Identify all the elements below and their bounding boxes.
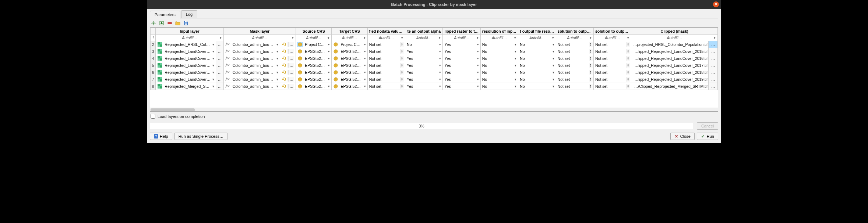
xres-cell[interactable]: Not set▲▼ bbox=[556, 62, 593, 69]
yres-cell[interactable]: Not set▲▼ bbox=[593, 76, 631, 83]
source-crs-cell[interactable]: EPSG:5235 - S▾ bbox=[296, 83, 332, 90]
xres-cell[interactable]: Not set▲▼ bbox=[556, 69, 593, 76]
remove-row-icon[interactable] bbox=[167, 20, 173, 26]
target-crs-cell[interactable]: EPSG:5235 - S▾ bbox=[332, 76, 367, 83]
input-layer-cell[interactable]: Reprojected_Merged_SRTM [EP▾ bbox=[156, 83, 216, 90]
yres-cell[interactable]: Not set▲▼ bbox=[593, 83, 631, 90]
iterate-icon[interactable] bbox=[281, 63, 287, 68]
spinbox-icon[interactable]: ▲▼ bbox=[589, 77, 593, 82]
globe-icon[interactable] bbox=[297, 63, 303, 68]
col-xres[interactable]: solution to output b bbox=[556, 28, 593, 35]
spinbox-icon[interactable]: ▲▼ bbox=[401, 42, 404, 47]
output-cell[interactable]: a-tmp/Clipped_Reprojected_Merged_SRTM.ti… bbox=[631, 83, 709, 90]
xres-cell[interactable]: Not set▲▼ bbox=[556, 41, 593, 48]
autofill-source-crs[interactable]: Autofill…▾ bbox=[296, 35, 332, 41]
globe-icon[interactable] bbox=[332, 42, 339, 47]
save-icon[interactable] bbox=[183, 20, 189, 26]
match-extent-cell[interactable]: Yes▾ bbox=[443, 55, 480, 62]
source-crs-cell[interactable]: EPSG:5235 - S▾ bbox=[296, 69, 332, 76]
col-output[interactable]: Clipped (mask) bbox=[631, 28, 718, 35]
output-cell[interactable]: tmp/Clipped_Reprojected_LandCover_2017.t… bbox=[631, 62, 709, 69]
add-row-icon[interactable] bbox=[151, 20, 156, 26]
globe-icon[interactable] bbox=[297, 84, 303, 89]
output-browse-button[interactable]: … bbox=[709, 48, 718, 55]
iterate-icon[interactable] bbox=[281, 42, 287, 47]
spinbox-icon[interactable]: ▲▼ bbox=[589, 49, 593, 54]
match-extent-cell[interactable]: Yes▾ bbox=[443, 41, 480, 48]
load-layers-checkbox[interactable] bbox=[151, 114, 155, 119]
input-browse-button[interactable]: … bbox=[216, 48, 223, 55]
input-browse-button[interactable]: … bbox=[216, 62, 223, 69]
match-extent-cell[interactable]: Yes▾ bbox=[443, 48, 480, 55]
alpha-cell[interactable]: Yes▾ bbox=[405, 83, 443, 90]
nodata-cell[interactable]: Not set▲▼ bbox=[367, 83, 405, 90]
input-browse-button[interactable]: … bbox=[216, 41, 223, 48]
target-crs-cell[interactable]: EPSG:5235 - S▾ bbox=[332, 62, 367, 69]
alpha-cell[interactable]: Yes▾ bbox=[405, 62, 443, 69]
mask-browse-button[interactable]: … bbox=[288, 84, 294, 89]
mask-tools-cell[interactable]: … bbox=[280, 62, 296, 69]
mask-tools-cell[interactable]: … bbox=[280, 83, 296, 90]
mask-browse-button[interactable]: … bbox=[288, 56, 294, 61]
output-browse-button[interactable]: … bbox=[709, 69, 718, 76]
source-crs-cell[interactable]: Project CRS: E▾ bbox=[296, 41, 332, 48]
nodata-cell[interactable]: Not set▲▼ bbox=[367, 48, 405, 55]
output-browse-button[interactable]: … bbox=[709, 41, 718, 48]
mask-tools-cell[interactable]: … bbox=[280, 41, 296, 48]
spinbox-icon[interactable]: ▲▼ bbox=[627, 63, 630, 68]
autofill-input[interactable]: Autofill…▾ bbox=[156, 35, 223, 41]
mask-browse-button[interactable]: … bbox=[288, 42, 294, 47]
autofill-nodata[interactable]: Autofill…▾ bbox=[367, 35, 405, 41]
spinbox-icon[interactable]: ▲▼ bbox=[627, 84, 630, 89]
output-cell[interactable]: tmp/Clipped_Reprojected_LandCover_2016.t… bbox=[631, 55, 709, 62]
spinbox-icon[interactable]: ▲▼ bbox=[627, 77, 630, 82]
col-alpha[interactable]: te an output alpha bbox=[405, 28, 443, 35]
alpha-cell[interactable]: Yes▾ bbox=[405, 69, 443, 76]
output-cell[interactable]: ed_Reprojected_HRSL_Colombo_Population.t… bbox=[631, 41, 709, 48]
spinbox-icon[interactable]: ▲▼ bbox=[589, 56, 593, 61]
col-mask-layer[interactable]: Mask layer bbox=[223, 28, 296, 35]
target-crs-cell[interactable]: Project CRS: E▾ bbox=[332, 41, 367, 48]
mask-layer-cell[interactable]: Colombo_admin_boundary [▾ bbox=[223, 76, 280, 83]
mask-layer-cell[interactable]: Colombo_admin_boundary [▾ bbox=[223, 69, 280, 76]
mask-tools-cell[interactable]: … bbox=[280, 76, 296, 83]
run-button[interactable]: ✔ Run bbox=[697, 133, 718, 140]
mask-tools-cell[interactable]: … bbox=[280, 69, 296, 76]
globe-icon[interactable] bbox=[297, 42, 303, 47]
xres-cell[interactable]: Not set▲▼ bbox=[556, 55, 593, 62]
open-folder-icon[interactable] bbox=[175, 20, 181, 26]
xres-cell[interactable]: Not set▲▼ bbox=[556, 76, 593, 83]
keep-res-cell[interactable]: No▾ bbox=[480, 76, 518, 83]
autofill-set-res[interactable]: Autofill…▾ bbox=[518, 35, 556, 41]
input-browse-button[interactable]: … bbox=[216, 69, 223, 76]
target-crs-cell[interactable]: EPSG:5235 - S▾ bbox=[332, 55, 367, 62]
keep-res-cell[interactable]: No▾ bbox=[480, 69, 518, 76]
keep-res-cell[interactable]: No▾ bbox=[480, 55, 518, 62]
match-extent-cell[interactable]: Yes▾ bbox=[443, 83, 480, 90]
source-crs-cell[interactable]: EPSG:5235 - S▾ bbox=[296, 76, 332, 83]
iterate-icon[interactable] bbox=[281, 70, 287, 75]
mask-browse-button[interactable]: … bbox=[288, 77, 294, 82]
nodata-cell[interactable]: Not set▲▼ bbox=[367, 69, 405, 76]
autofill-mask[interactable]: Autofill…▾ bbox=[223, 35, 296, 41]
iterate-icon[interactable] bbox=[281, 49, 287, 54]
yres-cell[interactable]: Not set▲▼ bbox=[593, 69, 631, 76]
autofill-xres[interactable]: Autofill…▾ bbox=[556, 35, 593, 41]
yres-cell[interactable]: Not set▲▼ bbox=[593, 55, 631, 62]
mask-browse-button[interactable]: … bbox=[288, 49, 294, 54]
yres-cell[interactable]: Not set▲▼ bbox=[593, 48, 631, 55]
globe-icon[interactable] bbox=[297, 70, 303, 75]
globe-icon[interactable] bbox=[332, 70, 339, 75]
globe-icon[interactable] bbox=[297, 77, 303, 82]
nodata-cell[interactable]: Not set▲▼ bbox=[367, 62, 405, 69]
set-res-cell[interactable]: No▾ bbox=[518, 62, 556, 69]
col-keep-res[interactable]: resolution of input r bbox=[480, 28, 518, 35]
output-cell[interactable]: tmp/Clipped_Reprojected_LandCover_2015.t… bbox=[631, 48, 709, 55]
mask-browse-button[interactable]: … bbox=[288, 63, 294, 68]
spinbox-icon[interactable]: ▲▼ bbox=[401, 84, 404, 89]
output-cell[interactable]: tmp/Clipped_Reprojected_LandCover_2019.t… bbox=[631, 76, 709, 83]
mask-layer-cell[interactable]: Colombo_admin_boundary [▾ bbox=[223, 83, 280, 90]
alpha-cell[interactable]: Yes▾ bbox=[405, 55, 443, 62]
source-crs-cell[interactable]: EPSG:5235 - S▾ bbox=[296, 55, 332, 62]
xres-cell[interactable]: Not set▲▼ bbox=[556, 83, 593, 90]
